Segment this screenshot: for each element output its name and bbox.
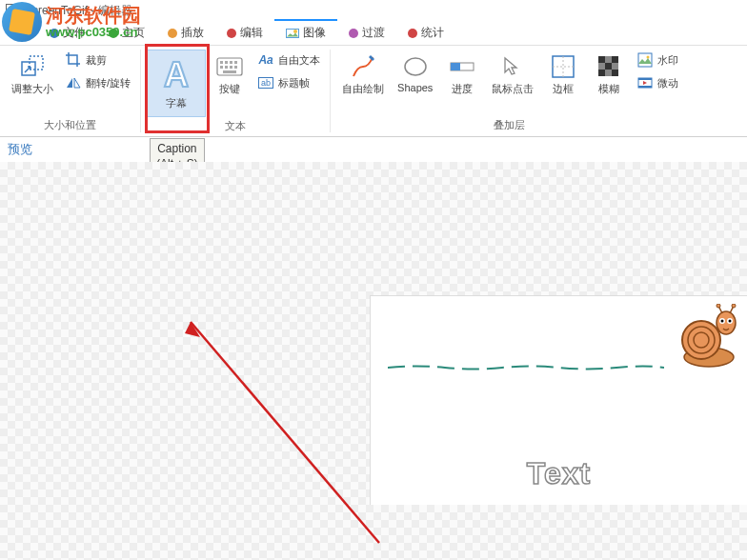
svg-rect-25 xyxy=(605,70,612,76)
free-draw-button[interactable]: 自由绘制 xyxy=(336,50,390,100)
image-icon xyxy=(286,29,299,38)
snail-trail xyxy=(388,365,664,370)
svg-rect-5 xyxy=(230,61,232,64)
preview-label: 预览 xyxy=(0,137,747,162)
border-button[interactable]: 边框 xyxy=(541,50,585,100)
keys-button[interactable]: 按键 xyxy=(208,50,252,100)
menu-home[interactable]: 主页 xyxy=(97,21,156,45)
pencil-icon xyxy=(350,53,376,80)
svg-rect-21 xyxy=(598,63,605,70)
app-icon xyxy=(6,4,19,17)
free-text-button[interactable]: Aa 自由文本 xyxy=(253,50,324,70)
cinemagraph-icon xyxy=(636,74,654,91)
svg-point-38 xyxy=(721,320,724,323)
svg-rect-8 xyxy=(225,66,228,69)
svg-rect-23 xyxy=(612,63,618,70)
svg-point-44 xyxy=(732,304,736,308)
dot-icon xyxy=(50,29,59,38)
svg-point-40 xyxy=(729,320,732,323)
svg-rect-10 xyxy=(234,66,237,69)
dot-icon xyxy=(349,29,358,38)
svg-rect-30 xyxy=(638,78,652,80)
svg-rect-7 xyxy=(220,66,223,69)
mouse-clicks-button[interactable]: 鼠标点击 xyxy=(486,50,539,100)
title-frame-icon: ab xyxy=(257,74,274,91)
menu-transition[interactable]: 过渡 xyxy=(337,21,396,45)
svg-rect-14 xyxy=(451,63,460,70)
svg-rect-4 xyxy=(225,61,228,64)
group-size-position: 调整大小 裁剪 翻转/旋转 大小和位置 xyxy=(0,50,141,132)
progress-button[interactable]: 进度 xyxy=(440,50,484,100)
menu-bar: 文件 主页 插放 编辑 图像 过渡 统计 xyxy=(0,21,747,46)
svg-rect-18 xyxy=(598,56,605,63)
group-overlay: 自由绘制 Shapes 进度 鼠标点击 边框 模糊 xyxy=(331,50,688,132)
svg-rect-3 xyxy=(220,61,223,64)
svg-point-12 xyxy=(405,58,426,75)
ribbon: 调整大小 裁剪 翻转/旋转 大小和位置 A 字幕 xyxy=(0,46,747,137)
obfuscate-button[interactable]: 模糊 xyxy=(587,50,631,100)
shapes-icon xyxy=(402,53,429,80)
cursor-icon xyxy=(499,53,526,80)
canvas-text: Text xyxy=(527,456,591,491)
shapes-button[interactable]: Shapes xyxy=(392,50,438,97)
crop-button[interactable]: 裁剪 xyxy=(61,50,134,70)
dot-icon xyxy=(168,29,177,38)
flip-icon xyxy=(65,74,82,91)
svg-point-36 xyxy=(717,311,736,334)
caption-icon: A xyxy=(157,56,195,94)
text-icon: Aa xyxy=(257,51,274,69)
annotation-arrow xyxy=(67,305,391,560)
title-bar: ScreenToGif - 编辑器 xyxy=(0,0,747,21)
svg-rect-1 xyxy=(30,56,43,70)
cinemagraph-button[interactable]: 微动 xyxy=(633,72,682,93)
progress-icon xyxy=(449,53,475,80)
pixelate-icon xyxy=(596,53,622,80)
svg-rect-31 xyxy=(638,86,652,88)
preview-canvas[interactable]: Text xyxy=(370,295,747,505)
group-label: 大小和位置 xyxy=(44,118,96,132)
border-icon xyxy=(550,53,576,80)
svg-rect-6 xyxy=(234,61,237,64)
window-title: ScreenToGif - 编辑器 xyxy=(25,3,132,19)
svg-rect-22 xyxy=(605,63,612,70)
resize-button[interactable]: 调整大小 xyxy=(6,50,59,100)
menu-file[interactable]: 文件 xyxy=(38,21,97,45)
keyboard-icon xyxy=(216,53,243,80)
svg-rect-20 xyxy=(612,56,618,63)
snail-image xyxy=(663,304,739,370)
svg-rect-27 xyxy=(638,53,652,67)
svg-rect-26 xyxy=(612,70,618,76)
svg-rect-19 xyxy=(605,56,612,63)
group-text: A 字幕 按键 Aa 自由文本 ab 标题帧 文本 xyxy=(141,50,331,132)
watermark-icon xyxy=(636,51,654,69)
dot-icon xyxy=(227,29,236,38)
preview-area: Text xyxy=(0,162,747,560)
dot-icon xyxy=(408,29,417,38)
menu-image[interactable]: 图像 xyxy=(274,19,337,45)
group-label: 叠加层 xyxy=(494,118,525,132)
svg-rect-9 xyxy=(230,66,232,69)
group-label: 文本 xyxy=(225,119,246,133)
crop-icon xyxy=(65,51,82,69)
svg-line-32 xyxy=(191,322,379,543)
menu-stats[interactable]: 统计 xyxy=(396,21,455,45)
svg-marker-33 xyxy=(185,322,200,337)
svg-rect-24 xyxy=(598,70,605,76)
svg-point-42 xyxy=(717,304,720,308)
resize-icon xyxy=(19,53,46,80)
menu-edit[interactable]: 编辑 xyxy=(215,21,274,45)
svg-rect-15 xyxy=(553,56,574,77)
watermark-button[interactable]: 水印 xyxy=(633,50,682,70)
title-frame-button[interactable]: ab 标题帧 xyxy=(253,72,324,93)
flip-rotate-button[interactable]: 翻转/旋转 xyxy=(61,72,134,93)
caption-button[interactable]: A 字幕 xyxy=(147,50,206,117)
dot-icon xyxy=(109,29,118,38)
menu-playback[interactable]: 插放 xyxy=(156,21,215,45)
svg-rect-11 xyxy=(223,70,236,73)
